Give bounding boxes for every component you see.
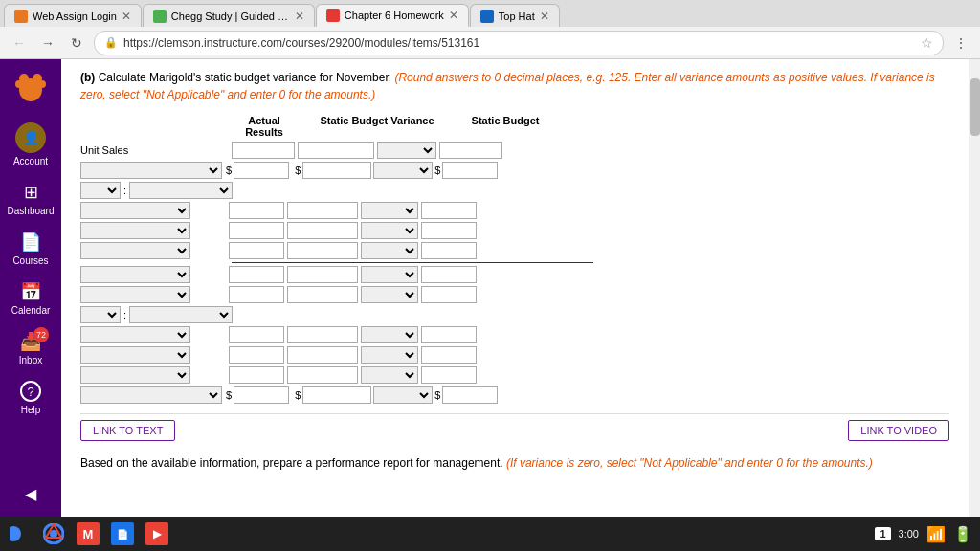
- row-variance-2[interactable]: [287, 202, 358, 219]
- row-vselect-2[interactable]: [361, 202, 418, 219]
- long-select-2[interactable]: [129, 306, 233, 323]
- row-select-8[interactable]: [80, 346, 190, 364]
- gmail-letter: M: [83, 527, 94, 541]
- sidebar-item-dashboard[interactable]: ⊞ Dashboard: [0, 176, 61, 222]
- final-label-select[interactable]: [80, 386, 222, 404]
- taskbar-youtube-icon[interactable]: ▶: [145, 522, 168, 545]
- row-actual-2[interactable]: [229, 202, 284, 219]
- row-vselect-6[interactable]: [361, 286, 418, 303]
- row-variance-3[interactable]: [287, 222, 358, 239]
- row-static-5[interactable]: [421, 266, 477, 283]
- dollar-sign-2: $: [295, 165, 301, 176]
- dollar-variance-select-1[interactable]: FavorableUnfavorableNot Applicable: [373, 162, 433, 179]
- dollar-static-1[interactable]: [442, 162, 498, 179]
- row-actual-7[interactable]: [229, 326, 284, 343]
- row-static-6[interactable]: [421, 286, 477, 303]
- taskbar-docs-icon[interactable]: 📄: [111, 522, 134, 545]
- link-to-video-button[interactable]: LINK TO VIDEO: [848, 420, 949, 441]
- tab-close-webassign[interactable]: ✕: [122, 10, 131, 23]
- tab-homework[interactable]: Chapter 6 Homework ✕: [316, 4, 469, 27]
- sidebar-item-inbox[interactable]: 📥 72 Inbox: [0, 325, 61, 371]
- tab-webassign[interactable]: Web Assign Login ✕: [4, 4, 142, 27]
- row-actual-6[interactable]: [229, 286, 284, 303]
- final-actual[interactable]: [234, 386, 289, 404]
- row-variance-5[interactable]: [287, 266, 358, 283]
- row-static-7[interactable]: [421, 326, 477, 343]
- unit-sales-static-input[interactable]: [439, 142, 502, 159]
- row-actual-4[interactable]: [229, 242, 284, 259]
- row-actual-9[interactable]: [229, 366, 284, 384]
- row-vselect-3[interactable]: [361, 222, 418, 239]
- row-select-4[interactable]: [80, 242, 190, 259]
- sidebar-item-courses[interactable]: 📄 Courses: [0, 226, 61, 272]
- link-to-text-button[interactable]: LINK TO TEXT: [80, 420, 175, 441]
- sidebar-collapse-button[interactable]: ◀: [21, 479, 40, 509]
- row-static-3[interactable]: [421, 222, 477, 239]
- final-variance[interactable]: [302, 386, 371, 404]
- unit-sales-variance-select[interactable]: FavorableUnfavorableNot Applicable: [377, 142, 436, 159]
- row-static-2[interactable]: [421, 202, 477, 219]
- dollar-variance-1[interactable]: [302, 162, 371, 179]
- taskbar-gmail-icon[interactable]: M: [77, 522, 100, 545]
- bookmark-icon[interactable]: ☆: [921, 35, 933, 51]
- long-select-1[interactable]: [129, 182, 233, 199]
- scrollbar[interactable]: [969, 59, 980, 517]
- tab-tophat[interactable]: Top Hat ✕: [470, 4, 560, 27]
- sidebar-item-calendar[interactable]: 📅 Calendar: [0, 276, 61, 321]
- row-select-5[interactable]: [80, 266, 190, 283]
- unit-sales-variance-input[interactable]: [298, 142, 374, 159]
- short-select-1[interactable]: [80, 182, 121, 199]
- sidebar-item-account[interactable]: 👤 Account: [0, 117, 61, 172]
- back-button[interactable]: ←: [8, 32, 31, 55]
- instruction-orange: (Round answers to 0 decimal places, e.g.…: [80, 71, 935, 101]
- tab-chegg[interactable]: Chegg Study | Guided S... ✕: [143, 4, 315, 27]
- label-select-1[interactable]: [80, 162, 222, 179]
- row-variance-6[interactable]: [287, 286, 358, 303]
- menu-button[interactable]: ⋮: [949, 32, 972, 55]
- dollar-actual-1[interactable]: [234, 162, 289, 179]
- row-select-6[interactable]: [80, 286, 190, 303]
- link-buttons-row: LINK TO TEXT LINK TO VIDEO: [80, 413, 949, 447]
- row-variance-9[interactable]: [287, 366, 358, 384]
- unit-sales-actual-input[interactable]: [232, 142, 295, 159]
- final-static[interactable]: [442, 386, 498, 404]
- sidebar-item-help[interactable]: ? Help: [0, 375, 61, 421]
- row-actual-5[interactable]: [229, 266, 284, 283]
- row-variance-7[interactable]: [287, 326, 358, 343]
- tab-close-tophat[interactable]: ✕: [540, 10, 549, 23]
- row-actual-3[interactable]: [229, 222, 284, 239]
- row-variance-8[interactable]: [287, 346, 358, 364]
- row-select-3[interactable]: [80, 222, 190, 239]
- scrollbar-thumb[interactable]: [970, 78, 980, 136]
- row-vselect-8[interactable]: [361, 346, 418, 364]
- row-select-9[interactable]: [80, 366, 190, 384]
- row-variance-4[interactable]: [287, 242, 358, 259]
- sidebar-label-dashboard: Dashboard: [8, 206, 55, 216]
- row-vselect-4[interactable]: [361, 242, 418, 259]
- row-actual-8[interactable]: [229, 346, 284, 364]
- row-static-4[interactable]: [421, 242, 477, 259]
- help-icon: ?: [20, 381, 41, 402]
- row-static-9[interactable]: [421, 366, 477, 384]
- final-vselect[interactable]: [373, 386, 433, 404]
- row-vselect-7[interactable]: [361, 326, 418, 343]
- address-bar[interactable]: 🔒 https://clemson.instructure.com/course…: [94, 31, 944, 55]
- tab-close-homework[interactable]: ✕: [449, 9, 458, 22]
- courses-icon: 📄: [20, 231, 41, 253]
- row-select-7[interactable]: [80, 326, 190, 343]
- sidebar-label-courses: Courses: [12, 255, 48, 266]
- refresh-button[interactable]: ↻: [65, 32, 88, 55]
- short-select-2[interactable]: [80, 306, 121, 323]
- collapse-icon: ◀: [25, 485, 36, 503]
- forward-button[interactable]: →: [36, 32, 59, 55]
- tab-close-chegg[interactable]: ✕: [295, 10, 304, 23]
- final-dollar-1: $: [226, 389, 232, 401]
- row-vselect-9[interactable]: [361, 366, 418, 384]
- calendar-icon: 📅: [20, 281, 41, 302]
- taskbar-apps-icon[interactable]: [8, 522, 31, 545]
- tab-label-webassign: Web Assign Login: [33, 11, 117, 22]
- row-vselect-5[interactable]: [361, 266, 418, 283]
- row-select-2[interactable]: [80, 202, 190, 219]
- taskbar-chrome-icon[interactable]: [42, 522, 65, 545]
- row-static-8[interactable]: [421, 346, 477, 364]
